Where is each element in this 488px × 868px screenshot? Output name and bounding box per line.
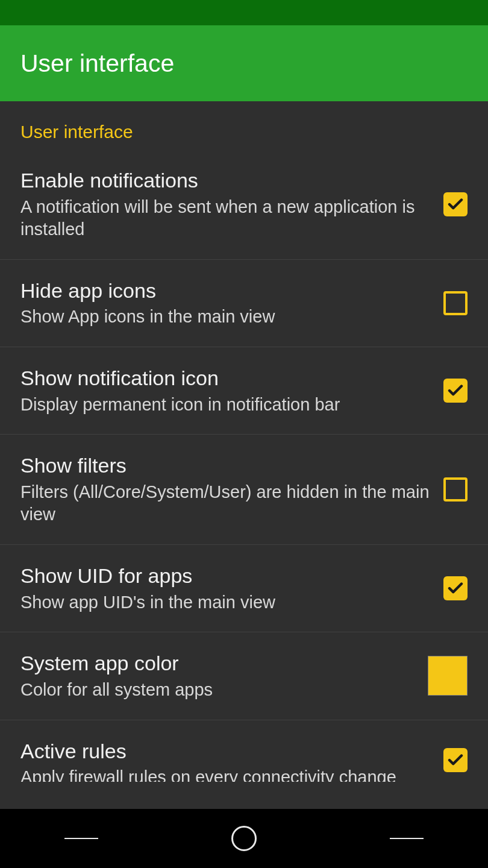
setting-show-notification-icon[interactable]: Show notification icon Display permanent… <box>0 347 488 435</box>
nav-back-button[interactable] <box>33 820 130 857</box>
check-icon <box>446 751 465 769</box>
setting-desc: Filters (All/Core/System/User) are hidde… <box>20 481 431 526</box>
recent-icon <box>390 838 424 839</box>
setting-title: Hide app icons <box>20 278 431 304</box>
navigation-bar <box>0 809 488 868</box>
check-icon <box>446 579 465 597</box>
setting-show-uid-for-apps[interactable]: Show UID for apps Show app UID's in the … <box>0 545 488 632</box>
checkbox-show-uid-for-apps[interactable] <box>443 576 468 600</box>
setting-desc: Show app UID's in the main view <box>20 591 431 614</box>
checkbox-show-filters[interactable] <box>443 477 468 502</box>
app-bar: User interface <box>0 25 488 101</box>
setting-title: Show notification icon <box>20 365 431 391</box>
home-icon <box>231 826 257 851</box>
setting-title: System app color <box>20 650 416 676</box>
section-header: User interface <box>0 101 488 149</box>
setting-system-app-color[interactable]: System app color Color for all system ap… <box>0 632 488 720</box>
nav-home-button[interactable] <box>196 820 292 857</box>
checkbox-active-rules[interactable] <box>443 748 468 772</box>
setting-title: Active rules <box>20 738 431 764</box>
setting-title: Show filters <box>20 453 431 479</box>
setting-show-filters[interactable]: Show filters Filters (All/Core/System/Us… <box>0 435 488 545</box>
checkbox-hide-app-icons[interactable] <box>443 291 468 315</box>
nav-recent-button[interactable] <box>358 820 455 857</box>
setting-active-rules[interactable]: Active rules Apply firewall rules on eve… <box>0 720 488 800</box>
setting-desc: Show App icons in the main view <box>20 306 431 329</box>
checkbox-show-notification-icon[interactable] <box>443 379 468 403</box>
page-title: User interface <box>20 49 174 78</box>
settings-list: User interface Enable notifications A no… <box>0 101 488 809</box>
setting-desc: Apply firewall rules on every connectivi… <box>20 766 431 782</box>
setting-desc: Color for all system apps <box>20 679 416 702</box>
setting-title: Enable notifications <box>20 168 431 193</box>
setting-desc: A notification will be sent when a new a… <box>20 196 431 241</box>
checkbox-enable-notifications[interactable] <box>443 192 468 216</box>
back-icon <box>64 838 98 839</box>
color-swatch-system-app[interactable] <box>428 656 468 696</box>
status-bar <box>0 0 488 25</box>
check-icon <box>446 382 465 400</box>
setting-enable-notifications[interactable]: Enable notifications A notification will… <box>0 149 488 260</box>
setting-title: Show UID for apps <box>20 563 431 589</box>
check-icon <box>446 195 465 213</box>
setting-hide-app-icons[interactable]: Hide app icons Show App icons in the mai… <box>0 260 488 347</box>
setting-desc: Display permanent icon in notification b… <box>20 394 431 417</box>
